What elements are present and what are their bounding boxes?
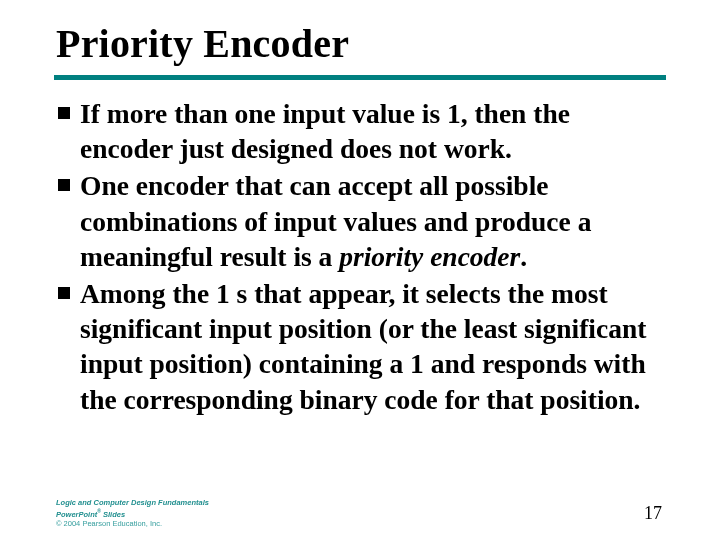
bullet-icon (58, 287, 70, 299)
bullet-icon (58, 179, 70, 191)
footer: Logic and Computer Design Fundamentals P… (56, 498, 209, 528)
footer-line2-b: Slides (101, 509, 125, 518)
footer-line2-a: PowerPoint (56, 509, 97, 518)
bullet-icon (58, 107, 70, 119)
list-item: Among the 1 s that appear, it selects th… (58, 276, 666, 417)
slide: Priority Encoder If more than one input … (0, 0, 720, 417)
title-rule (54, 75, 666, 80)
footer-copyright: © 2004 Pearson Education, Inc. (56, 519, 209, 528)
bullet-text: If more than one input value is 1, then … (80, 96, 666, 166)
bullet-text-tail: . (520, 241, 527, 272)
footer-line2: PowerPoint® Slides (56, 508, 209, 519)
bullet-text-italic: priority encoder (339, 241, 520, 272)
slide-title: Priority Encoder (56, 20, 666, 67)
list-item: One encoder that can accept all possible… (58, 168, 666, 274)
bullet-list: If more than one input value is 1, then … (54, 96, 666, 417)
footer-line1: Logic and Computer Design Fundamentals (56, 498, 209, 507)
page-number: 17 (644, 503, 662, 524)
bullet-text: One encoder that can accept all possible… (80, 168, 666, 274)
list-item: If more than one input value is 1, then … (58, 96, 666, 166)
bullet-text: Among the 1 s that appear, it selects th… (80, 276, 666, 417)
